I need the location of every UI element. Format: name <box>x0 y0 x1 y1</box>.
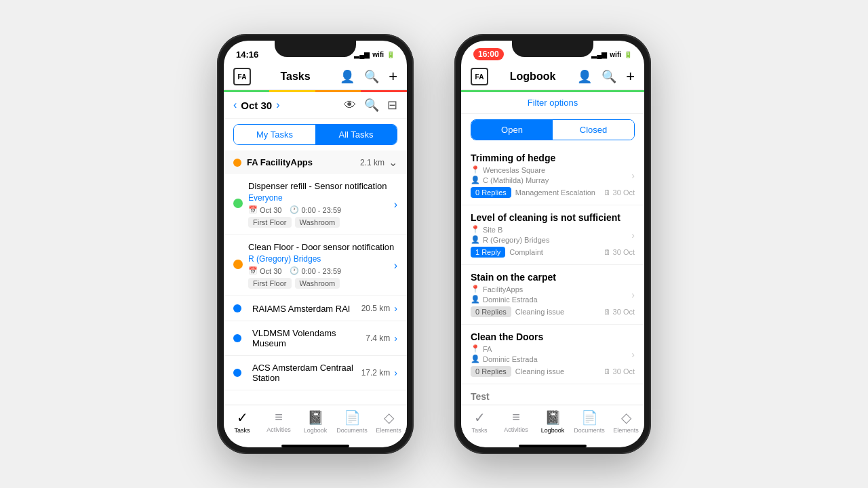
person-icon-lb3: 👤 <box>471 295 480 304</box>
logbook-assignee-1: 👤 C (Mathilda) Murray <box>471 176 635 184</box>
prev-date-arrow[interactable]: ‹ <box>233 99 237 111</box>
open-tab[interactable]: Open <box>471 120 553 140</box>
chevron-down-icon: ⌄ <box>389 156 397 169</box>
location-raiams[interactable]: RAIAMS Amsterdam RAI 20.5 km › <box>224 296 407 321</box>
dist-raiams: 20.5 km <box>361 304 391 313</box>
plus-icon-logbook[interactable]: + <box>626 68 635 85</box>
task-tags-2: First Floor Washroom <box>248 278 397 289</box>
signal-icon: ▂▄▆ <box>354 51 370 58</box>
search-icon-date[interactable]: 🔍 <box>364 98 379 113</box>
logbook-assignee-2: 👤 R (Gregory) Bridges <box>471 235 635 244</box>
current-date: Oct 30 <box>241 100 272 111</box>
tab-activities-p2[interactable]: ≡ Activities <box>498 409 534 434</box>
filter-icon[interactable]: ⊟ <box>387 98 397 113</box>
dot-raiams <box>233 304 241 312</box>
tab-logbook-p1[interactable]: 📓 Logbook <box>297 409 334 434</box>
logbook-assignee-4: 👤 Dominic Estrada <box>471 354 635 363</box>
location-name-fa: FA FacilityApps <box>247 157 360 167</box>
task-title-1: Dispenser refill - Sensor notification <box>248 181 397 191</box>
logbook-chevron-2: › <box>631 230 635 241</box>
time-tasks: 14:16 <box>236 49 258 60</box>
arrow-acs: › <box>394 367 397 378</box>
task-item-1[interactable]: Dispenser refill - Sensor notification E… <box>224 174 407 235</box>
tab-documents-p2[interactable]: 📄 Documents <box>571 409 608 434</box>
logbook-footer-2: 1 Reply Complaint 🗓 30 Oct <box>471 247 635 258</box>
my-tasks-tab[interactable]: My Tasks <box>234 125 315 144</box>
closed-tab[interactable]: Closed <box>553 120 634 140</box>
logbook-content: Trimming of hedge 📍 Wenceslas Square 👤 C… <box>461 146 644 405</box>
logbook-date-1: 🗓 30 Oct <box>604 188 635 197</box>
replies-badge-3: 0 Replies <box>471 306 511 317</box>
phone-logbook: 16:00 ▂▄▆ wifi 🔋 FA Logbook 👤 🔍 + <box>454 34 651 454</box>
logbook-tab-icon-p2: 📓 <box>545 409 561 426</box>
location-vldmsm[interactable]: VLDMSM Volendams Museum 7.4 km › <box>224 321 407 356</box>
logbook-cat-3: Cleaning issue <box>515 308 564 316</box>
task-tags-1: First Floor Washroom <box>248 217 397 228</box>
logbook-loc-2: 📍 Site B <box>471 225 635 234</box>
arrow-vldmsm: › <box>394 333 397 344</box>
eye-icon[interactable]: 👁 <box>344 98 356 113</box>
logbook-title-3: Stain on the carpet <box>471 272 635 283</box>
task-chevron-1: › <box>394 199 397 211</box>
tab-tasks-p2[interactable]: ✓ Tasks <box>461 409 498 434</box>
battery-icon: 🔋 <box>387 51 395 58</box>
logbook-title-2: Level of cleaning is not sufficient <box>471 212 635 223</box>
tab-documents[interactable]: 📄 Documents <box>334 409 370 434</box>
activities-tab-label-p2: Activities <box>504 426 528 433</box>
tasks-tab-icon-p2: ✓ <box>474 409 486 426</box>
plus-icon-tasks[interactable]: + <box>389 68 397 85</box>
nav-icons-logbook: 👤 🔍 + <box>577 68 635 85</box>
calendar-icon-1: 📅 <box>248 205 258 214</box>
pin-icon-2: 📍 <box>471 225 480 234</box>
logbook-tab-label-p2: Logbook <box>541 427 565 434</box>
nav-bar-logbook: FA Logbook 👤 🔍 + <box>461 64 644 90</box>
tab-tasks[interactable]: ✓ Tasks <box>224 409 260 434</box>
person-icon-lb1: 👤 <box>471 176 480 184</box>
replies-badge-1: 0 Replies <box>471 187 511 198</box>
name-vldmsm: VLDMSM Volendams Museum <box>252 328 366 348</box>
logbook-item-1[interactable]: Trimming of hedge 📍 Wenceslas Square 👤 C… <box>461 146 644 205</box>
battery-icon-p2: 🔋 <box>624 51 632 58</box>
tab-elements-p2[interactable]: ◇ Elements <box>608 409 644 434</box>
logbook-cat-4: Cleaning issue <box>515 367 564 375</box>
filter-options[interactable]: Filter options <box>461 92 644 114</box>
task-meta-2: 📅 Oct 30 🕐 0:00 - 23:59 <box>248 266 397 275</box>
logbook-item-2[interactable]: Level of cleaning is not sufficient 📍 Si… <box>461 205 644 265</box>
dot-vldmsm <box>233 334 241 342</box>
tasks-tab-icon: ✓ <box>237 409 248 426</box>
logbook-loc-3: 📍 FacilityApps <box>471 285 635 293</box>
next-date-arrow[interactable]: › <box>276 99 279 111</box>
arrow-raiams: › <box>394 303 397 314</box>
replies-badge-2: 1 Reply <box>471 247 505 258</box>
tab-logbook-p2[interactable]: 📓 Logbook <box>534 409 571 434</box>
task-chevron-2: › <box>394 260 397 272</box>
person-icon-lb2: 👤 <box>471 235 480 244</box>
dist-vldmsm: 7.4 km <box>366 333 390 343</box>
logbook-item-5[interactable]: Test <box>461 384 644 405</box>
signal-icon-p2: ▂▄▆ <box>591 51 607 58</box>
location-header-fa[interactable]: FA FacilityApps 2.1 km ⌄ <box>224 150 407 174</box>
tasks-tab-label: Tasks <box>234 427 250 434</box>
clock-icon-1: 🕐 <box>290 205 299 214</box>
task-dot-1 <box>233 199 243 208</box>
logbook-item-3[interactable]: Stain on the carpet 📍 FacilityApps 👤 Dom… <box>461 265 644 325</box>
replies-badge-4: 0 Replies <box>471 366 511 377</box>
location-acs[interactable]: ACS Amsterdam Centraal Station 17.2 km › <box>224 356 407 390</box>
time-pill: 16:00 <box>473 48 504 60</box>
task-item-2[interactable]: Clean Floor - Door sensor notification R… <box>224 235 407 296</box>
notch <box>275 41 356 57</box>
search-icon-tasks[interactable]: 🔍 <box>364 69 379 84</box>
person-icon-tasks[interactable]: 👤 <box>340 69 355 84</box>
logbook-item-4[interactable]: Clean the Doors 📍 FA 👤 Dominic Estrada 0… <box>461 325 644 384</box>
logbook-footer-3: 0 Replies Cleaning issue 🗓 30 Oct <box>471 306 635 317</box>
tab-activities[interactable]: ≡ Activities <box>260 409 297 434</box>
tab-elements[interactable]: ◇ Elements <box>370 409 407 434</box>
search-icon-logbook[interactable]: 🔍 <box>601 69 616 84</box>
name-raiams: RAIAMS Amsterdam RAI <box>252 304 361 314</box>
logbook-chevron-3: › <box>631 289 635 300</box>
tasks-tab-label-p2: Tasks <box>471 427 487 434</box>
phone-tasks: 14:16 ▂▄▆ wifi 🔋 FA Tasks 👤 🔍 + <box>217 34 414 454</box>
logbook-title-1: Trimming of hedge <box>471 152 635 163</box>
person-icon-logbook[interactable]: 👤 <box>577 69 592 84</box>
all-tasks-tab[interactable]: All Tasks <box>315 125 397 144</box>
